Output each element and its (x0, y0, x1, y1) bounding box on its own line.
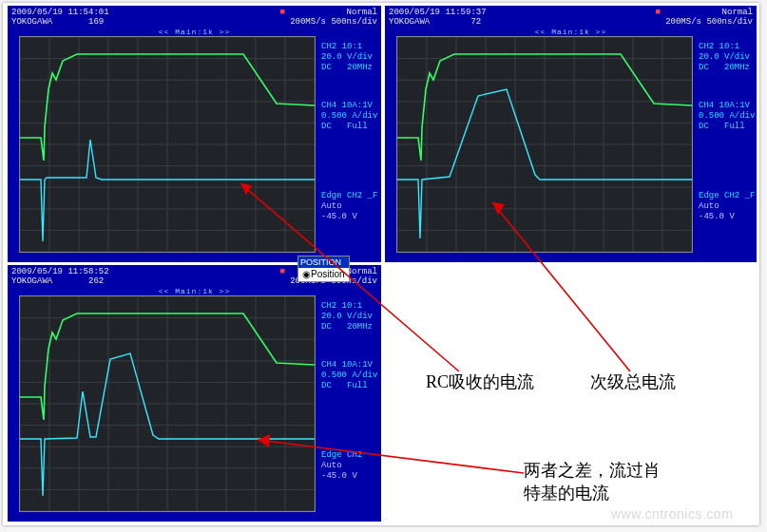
scope-c-plot (19, 295, 316, 512)
watermark: www.cntronics.com (611, 506, 733, 522)
scope-c-ch4-readout: CH4 10A:1V 0.500 A/div DC Full (321, 360, 377, 391)
mode: Normal (347, 8, 377, 17)
scope-a-ch2-readout: CH2 10:1 20.0 V/div DC 20MHz (321, 42, 373, 73)
scope-a-svg (20, 37, 315, 252)
scope-b-subhdr: << Main:1k >> (385, 28, 757, 36)
position-title: POSITION (298, 256, 349, 268)
scope-c-trig-readout: Edge CH2 Auto -45.0 V (321, 450, 362, 482)
label-total: 次级总电流 (590, 370, 676, 393)
scope-a-trig-readout: Edge CH2 _F Auto -45.0 V (321, 191, 377, 222)
seq: 72 (470, 17, 481, 27)
scope-b-svg (397, 37, 692, 252)
ts: 2009/05/19 11:54:01 (11, 8, 109, 17)
scope-a: 2009/05/19 11:54:01 YOKOGAWA 169 ■ Norma… (8, 6, 381, 262)
label-diff1: 两者之差，流过肖 (524, 459, 661, 482)
position-item: Position (311, 269, 345, 279)
brand: YOKOGAWA (11, 276, 52, 286)
seq: 169 (88, 17, 104, 27)
stop-icon: ■ (655, 8, 660, 17)
ts: 2009/05/19 11:59:37 (389, 8, 487, 17)
ts: 2009/05/19 11:58:52 (11, 267, 109, 276)
scope-a-header: 2009/05/19 11:54:01 YOKOGAWA 169 ■ Norma… (8, 6, 381, 27)
rate: 200MS/s 500ns/div (665, 17, 753, 27)
scope-a-plot (19, 36, 316, 253)
stop-icon: ■ (279, 267, 284, 276)
rate: 200MS/s 500ns/div (290, 17, 377, 27)
brand: YOKOGAWA (389, 17, 430, 27)
scope-b-plot (396, 36, 693, 253)
mode: Normal (347, 267, 377, 276)
scope-a-subhdr: << Main:1k >> (8, 28, 381, 36)
label-diff2: 特基的电流 (524, 482, 609, 504)
position-bullet-icon: ◉ (302, 269, 311, 279)
image-frame: 2009/05/19 11:54:01 YOKOGAWA 169 ■ Norma… (3, 3, 759, 525)
scope-c-svg (20, 296, 315, 511)
mode: Normal (722, 8, 753, 17)
scope-c-ch2-readout: CH2 10:1 20.0 V/div DC 20MHz (321, 301, 373, 332)
scope-b: 2009/05/19 11:59:37 YOKOGAWA 72 ■ Normal… (385, 6, 757, 262)
brand: YOKOGAWA (11, 17, 52, 27)
scope-b-ch2-readout: CH2 10:1 20.0 V/div DC 20MHz (699, 42, 750, 73)
scope-c-subhdr: << Main:1k >> (8, 287, 381, 295)
scope-b-ch4-readout: CH4 10A:1V 0.500 A/div DC Full (699, 101, 755, 132)
scope-b-header: 2009/05/19 11:59:37 YOKOGAWA 72 ■ Normal… (385, 6, 757, 27)
seq: 262 (88, 276, 104, 286)
position-box: POSITION ◉Position (297, 256, 350, 282)
label-rc: RC吸收的电流 (426, 370, 534, 393)
stop-icon: ■ (279, 8, 284, 17)
scope-b-trig-readout: Edge CH2 _F Auto -45.0 V (699, 191, 755, 222)
scope-a-ch4-readout: CH4 10A:1V 0.500 A/div DC Full (321, 101, 377, 132)
scope-c: 2009/05/19 11:58:52 YOKOGAWA 262 ■ Norma… (8, 265, 381, 522)
